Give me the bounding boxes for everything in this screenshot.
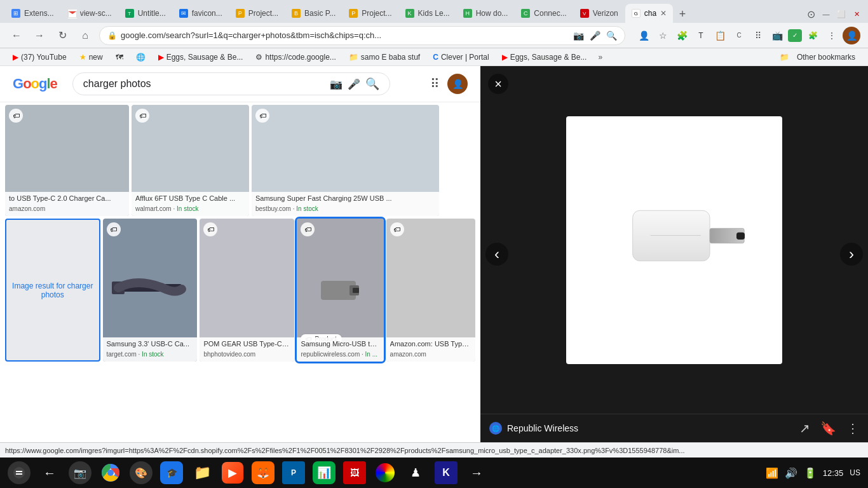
more-menu-icon[interactable]: ⋮ [824,27,840,44]
apps-grid-icon[interactable]: ⠿ [430,76,440,92]
save-icon-7[interactable]: 🏷 [390,222,404,236]
extensions-puzzle-icon[interactable]: 🧩 [804,27,821,44]
tab-t10[interactable]: C Connec... [515,4,573,23]
tab-t8[interactable]: K Kids Le... [399,4,456,23]
more-options-icon[interactable]: ⋮ [846,421,859,436]
taskbar-folder-icon[interactable]: 📁 [191,461,214,484]
img-source-1: amazon.com [9,205,45,212]
refresh-button[interactable]: ↻ [53,27,71,44]
image-result-1[interactable]: 🏷 to USB Type-C 2.0 Charger Ca... amazon… [5,105,129,216]
user-avatar-header[interactable]: 👤 [447,74,468,94]
bookmark-code-label: https://code.google... [265,53,336,62]
profile-circle[interactable]: ⊙ [804,8,817,20]
bookmark-clever[interactable]: C Clever | Portal [428,51,494,63]
tab-t3[interactable]: T Untitle... [119,4,172,23]
taskbar-classroom-icon[interactable]: 🎓 [160,461,183,484]
tab-t12[interactable]: G cha ✕ [625,4,673,23]
image-result-6-selected[interactable]: 🏷 🏷 Product [297,219,383,362]
preview-next-button[interactable]: › [840,243,863,266]
taskbar-orange-icon[interactable]: 🦊 [252,461,275,484]
taskbar-forward-icon[interactable]: → [465,461,488,484]
taskbar-pearson-icon[interactable]: P [282,461,305,484]
extension-icon[interactable]: 🧩 [674,27,690,44]
bookmark-maps[interactable]: 🗺 [111,51,128,63]
tab-t6[interactable]: B Basic P... [285,4,342,23]
more-actions-icon[interactable]: ⠿ [750,27,766,44]
taskbar-green-icon[interactable]: 📊 [313,461,336,484]
bookmark-eggs[interactable]: ▶ Eggs, Sausage & Be... [153,51,248,63]
forward-button[interactable]: → [31,27,48,44]
img-source-7: amazon.com [390,351,426,358]
close-button[interactable]: ✕ [850,8,863,20]
other-bookmarks[interactable]: Other bookmarks [792,51,860,63]
save-icon-3[interactable]: 🏷 [255,109,269,123]
save-icon-5[interactable]: 🏷 [203,222,217,236]
image-result-2[interactable]: 🏷 Afflux 6FT USB Type C Cable ... walmar… [132,105,249,216]
image-result-label[interactable]: Image result for charger photos [5,219,100,362]
image-result-3[interactable]: 🏷 Samsung Super Fast Charging 25W USB ..… [252,105,439,216]
save-icon-2[interactable]: 🏷 [135,109,149,123]
screen-cast-icon[interactable]: 📺 [769,27,785,44]
preview-prev-button[interactable]: ‹ [485,243,508,266]
mic-icon[interactable]: 🎤 [589,30,600,41]
tab-t9[interactable]: H How do... [457,4,515,23]
search-icon[interactable]: 🔍 [606,30,617,41]
maximize-button[interactable]: ⬜ [835,8,848,20]
clipboard-icon[interactable]: 📋 [712,27,728,44]
save-icon-4[interactable]: 🏷 [107,222,121,236]
taskbar-red-frame-icon[interactable]: 🖼 [343,461,366,484]
voice-search-icon[interactable]: 🎤 [348,78,360,90]
preview-close-button[interactable]: × [488,74,508,94]
bookmark-youtube[interactable]: ▶ (37) YouTube [8,51,72,63]
image-result-5[interactable]: 🏷 POM GEAR USB Type-C Ma... bhphotovideo… [200,219,294,362]
share-icon[interactable]: ↗ [799,421,810,436]
taskbar-camera-icon[interactable]: 📷 [69,461,92,484]
tab-close-t12[interactable]: ✕ [660,9,667,18]
taskbar-back-icon[interactable]: ← [38,461,61,484]
more-bookmarks[interactable]: » [594,51,606,63]
img-title-1: to USB Type-C 2.0 Charger Ca... [9,194,125,202]
url-bar[interactable]: 🔒 google.com/search?surl=1&q=charger+pho… [99,26,625,45]
status-bar: https://www.google.com/imgres?imgurl=htt… [0,442,868,458]
svg-rect-6 [353,288,359,293]
bookmark-star-icon[interactable]: ☆ [654,27,671,44]
taskbar-play-icon[interactable]: ▶ [221,461,244,484]
new-tab-button[interactable]: + [674,5,691,23]
tab-t5[interactable]: P Project... [229,4,285,23]
bookmark-globe[interactable]: 🌐 [131,51,151,63]
tab-t1[interactable]: ⊞ Extens... [5,4,60,23]
search-box[interactable]: 📷 🎤 🔍 [72,72,390,95]
tab-t4[interactable]: ✉ favicon... [173,4,229,23]
search-input[interactable] [83,78,325,90]
taskbar-menu-icon[interactable] [8,461,31,484]
save-icon-1[interactable]: 🏷 [9,109,23,123]
taskbar-paint-icon[interactable]: 🎨 [130,461,153,484]
img-source-4: target.com · In stock [107,351,164,358]
home-button[interactable]: ⌂ [76,27,94,44]
bookmark-new[interactable]: ★ new [74,51,108,63]
account-icon[interactable]: 👤 [635,27,652,44]
bookmark-eggs2[interactable]: ▶ Eggs, Sausage & Be... [497,51,592,63]
tab-t2[interactable]: view-sc... [61,4,118,23]
taskbar-k-icon[interactable]: K [435,461,458,484]
back-button[interactable]: ← [8,27,25,44]
ad-block-icon[interactable]: ✓ [788,29,802,42]
minimize-button[interactable]: — [820,8,832,20]
camera-icon[interactable]: 📷 [573,30,584,41]
taskbar-chess-icon[interactable]: ♟ [404,461,427,484]
translate-icon[interactable]: T [693,27,709,44]
bookmark-code[interactable]: ⚙ https://code.google... [250,51,341,63]
bookmark-samo[interactable]: 📁 samo E baba stuf [344,51,425,63]
tab-label-t5: Project... [248,9,278,18]
search-submit-icon[interactable]: 🔍 [365,77,379,91]
camera-search-icon[interactable]: 📷 [330,78,342,90]
taskbar-color-wheel-icon[interactable] [374,461,397,484]
tab-t11[interactable]: V Verizon [574,4,625,23]
bookmark-icon[interactable]: 🔖 [820,421,836,436]
user-avatar[interactable]: 👤 [843,27,860,44]
image-result-4[interactable]: 🏷 Samsung 3.3' USB-C Ca... target.com [103,219,198,362]
chrome-ext-icon[interactable]: C [731,27,747,44]
tab-t7[interactable]: P Project... [342,4,398,23]
image-result-7[interactable]: 🏷 Amazon.com: USB Type C ... amazon.com [386,219,475,362]
taskbar-chrome-icon[interactable] [99,461,122,484]
